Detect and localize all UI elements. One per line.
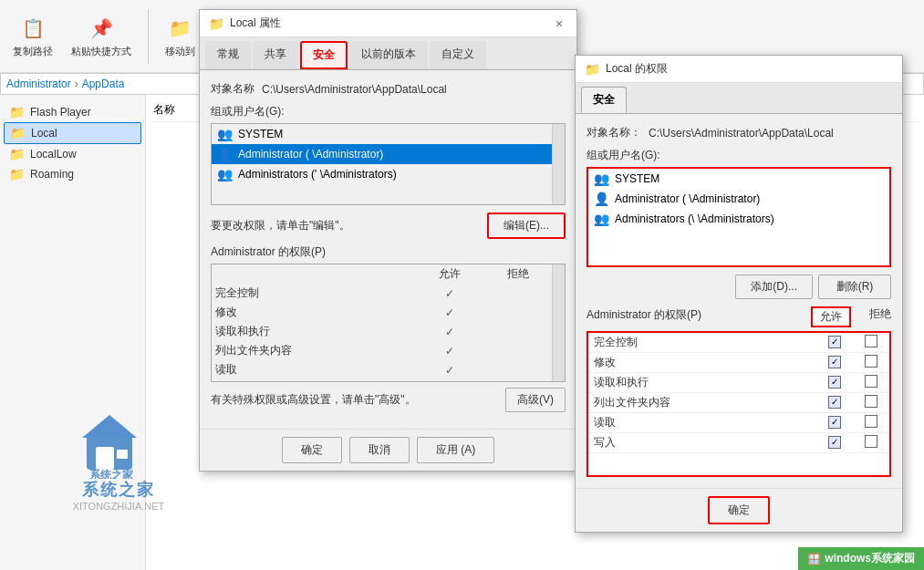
tab-perms-security[interactable]: 安全 xyxy=(581,87,627,113)
perms2-name: 列出文件夹内容 xyxy=(588,393,816,412)
add-button[interactable]: 添加(D)... xyxy=(735,275,813,299)
sidebar-item-flash-player[interactable]: 📁 Flash Player xyxy=(4,102,141,122)
perms-user-administrators[interactable]: 👥 Administrators (\ \Administrators) xyxy=(588,209,889,229)
perms-user-name-admin: Administrator ( \Administrator) xyxy=(615,192,760,205)
col-deny-header: 拒绝 xyxy=(483,264,552,284)
ok-button[interactable]: 确定 xyxy=(282,437,342,463)
add-remove-row: 添加(D)... 删除(R) xyxy=(587,275,891,299)
perms2-allow[interactable]: ✓ xyxy=(816,373,853,392)
paste-shortcut-label: 粘贴快捷方式 xyxy=(71,45,131,58)
perms-row-header: Administrator 的权限(P) 允许 拒绝 xyxy=(587,306,891,327)
perm-allow: ✓ xyxy=(416,322,484,341)
breadcrumb-part-2[interactable]: AppData xyxy=(82,78,125,90)
perm-deny xyxy=(483,379,552,381)
move-to-button[interactable]: 📁 移动到 xyxy=(160,10,201,62)
perms2-allow[interactable]: ✓ xyxy=(816,413,853,432)
perm-allow: ✓ xyxy=(416,379,484,381)
perms-user-icon-system: 👥 xyxy=(594,171,609,186)
sidebar-item-localLow[interactable]: 📁 LocalLow xyxy=(4,144,141,164)
perms-ok-button[interactable]: 确定 xyxy=(708,496,770,524)
perms-object-path: C:\Users\Administrator\AppData\Local xyxy=(649,127,834,140)
toolbar-divider xyxy=(148,9,149,64)
column-header-name: 名称 xyxy=(153,102,175,118)
dialog-local-properties: 📁 Local 属性 × 常规 共享 安全 以前的版本 自定义 对象名称 C:\… xyxy=(199,9,577,472)
user-name-system: SYSTEM xyxy=(238,128,283,140)
move-to-icon: 📁 xyxy=(166,14,195,43)
edit-button[interactable]: 编辑(E)... xyxy=(487,212,566,239)
user-item-administrators[interactable]: 👥 Administrators (' \Administrators) xyxy=(212,164,552,184)
perm-allow: ✓ xyxy=(416,284,484,303)
user-icon-administrators: 👥 xyxy=(217,167,233,181)
perms-user-admin[interactable]: 👤 Administrator ( \Administrator) xyxy=(588,189,889,209)
perm-row-3: 列出文件夹内容 ✓ xyxy=(212,341,552,360)
sidebar-item-label: Flash Player xyxy=(30,106,91,119)
brand-windows-text: 🪟 xyxy=(807,553,821,565)
tab-custom[interactable]: 自定义 xyxy=(430,41,486,69)
perms2-allow[interactable]: ✓ xyxy=(816,353,853,372)
perm-row-1: 修改 ✓ xyxy=(212,303,552,322)
remove-button[interactable]: 删除(R) xyxy=(818,275,891,299)
perms2-deny[interactable] xyxy=(853,393,889,412)
breadcrumb-part-1[interactable]: Administrator xyxy=(6,78,71,90)
advanced-button[interactable]: 高级(V) xyxy=(505,388,566,412)
perms2-allow[interactable]: ✓ xyxy=(816,433,853,452)
apply-button[interactable]: 应用 (A) xyxy=(417,437,494,463)
perms2-deny[interactable] xyxy=(853,433,889,452)
folder-icon-roaming: 📁 xyxy=(9,167,25,181)
user-item-system[interactable]: 👥 SYSTEM xyxy=(212,124,552,144)
users-scrollbar[interactable] xyxy=(552,124,565,204)
perms-title-folder-icon: 📁 xyxy=(585,62,600,77)
tab-general[interactable]: 常规 xyxy=(205,41,251,69)
svg-marker-1 xyxy=(82,415,137,438)
perm-name: 完全控制 xyxy=(212,284,416,303)
sidebar-item-local[interactable]: 📁 Local xyxy=(4,122,141,144)
perms-user-icon-admin: 👤 xyxy=(594,192,609,206)
perm-allow: ✓ xyxy=(416,360,484,379)
perms-dialog-title: 📁 Local 的权限 xyxy=(585,61,668,77)
perms-user-name-system: SYSTEM xyxy=(615,172,659,185)
sidebar-item-label-local: Local xyxy=(31,127,57,140)
col-allow-header2: 允许 xyxy=(811,306,851,327)
perm-deny xyxy=(483,360,552,379)
perms2-deny[interactable] xyxy=(853,373,889,392)
perms2-deny[interactable] xyxy=(853,413,889,432)
perm-deny xyxy=(483,284,552,303)
perms2-name: 读取和执行 xyxy=(588,373,816,392)
perms2-deny[interactable] xyxy=(853,353,889,372)
perms-scrollbar[interactable] xyxy=(552,264,565,381)
perm-name: 修改 xyxy=(212,303,416,322)
perm-allow: ✓ xyxy=(416,303,484,322)
perm-name: 读取 xyxy=(212,360,416,379)
perm-row-4: 读取 ✓ xyxy=(212,360,552,379)
object-label: 对象名称 xyxy=(211,81,254,97)
col-deny-header2: 拒绝 xyxy=(869,306,891,327)
tab-share[interactable]: 共享 xyxy=(253,41,298,69)
perms-user-system[interactable]: 👥 SYSTEM xyxy=(588,169,889,189)
sidebar-item-label-localLow: LocalLow xyxy=(30,148,77,161)
sidebar-item-roaming[interactable]: 📁 Roaming xyxy=(4,164,141,184)
perms-group-label: 组或用户名(G): xyxy=(587,148,891,163)
user-icon-admin: 👤 xyxy=(217,147,233,161)
perms2-name: 写入 xyxy=(588,433,816,452)
perms2-row-3: 列出文件夹内容 ✓ xyxy=(588,393,889,413)
cancel-button[interactable]: 取消 xyxy=(349,437,410,463)
perm-row-0: 完全控制 ✓ xyxy=(212,284,552,303)
copy-path-button[interactable]: 📋 复制路径 xyxy=(7,10,58,62)
paste-shortcut-button[interactable]: 📌 粘贴快捷方式 xyxy=(66,10,137,62)
change-row: 要更改权限，请单击"编辑"。 编辑(E)... xyxy=(211,212,566,239)
dialog-close-button[interactable]: × xyxy=(551,16,567,32)
tab-security[interactable]: 安全 xyxy=(300,41,348,69)
user-item-admin[interactable]: 👤 Administrator ( \Administrator) xyxy=(212,144,552,164)
col-allow-header: 允许 xyxy=(416,264,484,284)
copy-path-icon: 📋 xyxy=(18,14,47,43)
perms2-deny[interactable] xyxy=(853,333,889,352)
perm-allow: ✓ xyxy=(416,341,484,360)
perms-object-label: 对象名称： xyxy=(587,125,641,140)
perms-col-headers: 允许 拒绝 xyxy=(811,306,891,327)
tab-previous-versions[interactable]: 以前的版本 xyxy=(349,41,428,69)
perm-deny xyxy=(483,322,552,341)
user-name-admin: Administrator ( \Administrator) xyxy=(238,148,383,161)
perm-row-5: 写入 ✓ xyxy=(212,379,552,381)
perms2-allow[interactable]: ✓ xyxy=(816,393,853,412)
perms2-allow[interactable]: ✓ xyxy=(816,333,853,352)
